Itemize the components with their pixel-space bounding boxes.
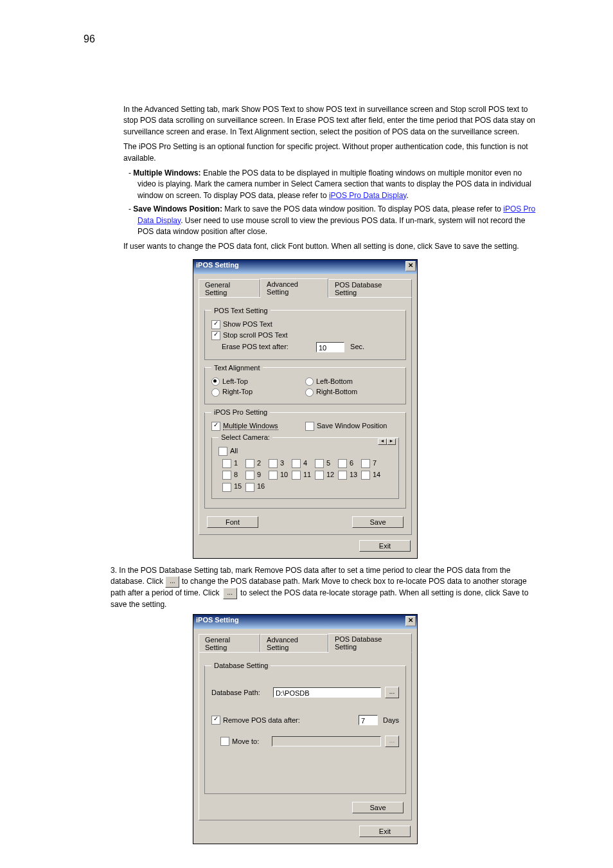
radio-left-bottom[interactable] — [305, 377, 314, 386]
radio-right-top[interactable] — [211, 388, 220, 397]
checkbox-camera-15[interactable] — [222, 483, 231, 492]
checkbox-camera-11[interactable] — [292, 471, 301, 480]
checkbox-camera-12[interactable] — [315, 471, 324, 480]
tab-pos-database-setting[interactable]: POS Database Setting — [328, 633, 412, 653]
close-icon[interactable]: ✕ — [405, 616, 416, 626]
label-camera-12: 12 — [326, 471, 334, 478]
chevron-left-icon[interactable]: ◄ — [378, 439, 387, 445]
browse-icon[interactable]: ... — [223, 588, 237, 599]
checkbox-show-pos-text[interactable] — [211, 320, 220, 329]
label-camera-16: 16 — [257, 482, 265, 490]
label-camera-14: 14 — [373, 471, 380, 478]
input-erase-seconds[interactable]: 10 — [316, 342, 344, 352]
browse-icon[interactable]: ... — [165, 576, 179, 588]
checkbox-move-to[interactable] — [220, 737, 229, 746]
checkbox-camera-3[interactable] — [269, 459, 278, 468]
camera-page-spinner[interactable]: ◄► — [378, 439, 396, 445]
camera-cell-7[interactable]: 7 — [361, 459, 384, 468]
label-right-top: Right-Top — [222, 388, 253, 395]
tab-general-setting[interactable]: General Setting — [199, 279, 260, 298]
camera-cell-2[interactable]: 2 — [245, 459, 269, 468]
checkbox-camera-14[interactable] — [361, 471, 370, 480]
label-camera-all: All — [230, 447, 238, 455]
tab-advanced-setting[interactable]: Advanced Setting — [260, 278, 328, 298]
group-legend: Text Alignment — [211, 364, 263, 372]
label-camera-8: 8 — [234, 471, 238, 478]
label-remove-pos-data: Remove POS data after: — [223, 716, 300, 724]
tab-advanced-setting[interactable]: Advanced Setting — [260, 634, 328, 653]
camera-cell-9[interactable]: 9 — [245, 471, 269, 480]
checkbox-multiple-windows[interactable] — [211, 422, 220, 431]
label-sec: Sec. — [350, 343, 364, 350]
checkbox-camera-9[interactable] — [245, 471, 254, 480]
dialog-titlebar: iPOS Setting ✕ — [193, 615, 417, 629]
camera-cell-16[interactable]: 16 — [245, 482, 269, 491]
label-days: Days — [383, 716, 399, 724]
checkbox-remove-pos-data[interactable] — [211, 716, 220, 725]
tab-pos-database-setting[interactable]: POS Database Setting — [328, 279, 412, 298]
save-button[interactable]: Save — [352, 516, 404, 528]
label-stop-scroll: Stop scroll POS Text — [223, 331, 288, 339]
camera-cell-1[interactable]: 1 — [222, 459, 245, 468]
camera-cell-3[interactable]: 3 — [269, 459, 292, 468]
group-legend: iPOS Pro Setting — [211, 408, 270, 416]
exit-button[interactable]: Exit — [359, 826, 411, 837]
tab-general-setting[interactable]: General Setting — [199, 634, 260, 653]
input-database-path[interactable]: D:\POSDB — [273, 687, 381, 698]
exit-button[interactable]: Exit — [359, 540, 411, 552]
ipos-setting-dialog-database: iPOS Setting ✕ General Setting Advanced … — [193, 614, 418, 844]
link-ipos-display-1[interactable]: iPOS Pro Data Display — [329, 191, 407, 200]
checkbox-camera-all[interactable] — [218, 447, 227, 456]
label-camera-5: 5 — [326, 459, 330, 467]
checkbox-camera-13[interactable] — [338, 471, 347, 480]
camera-cell-14[interactable]: 14 — [361, 471, 384, 480]
checkbox-camera-4[interactable] — [292, 459, 301, 468]
font-button[interactable]: Font — [207, 516, 258, 528]
chevron-right-icon[interactable]: ► — [387, 439, 396, 445]
label-camera-9: 9 — [257, 471, 261, 478]
camera-cell-4[interactable]: 4 — [292, 459, 315, 468]
group-text-alignment: Text Alignment Left-Top Right-Top Left-B… — [204, 364, 406, 404]
camera-cell-10[interactable]: 10 — [269, 471, 292, 480]
checkbox-camera-8[interactable] — [222, 471, 231, 480]
step-number-3: 3. — [111, 566, 117, 575]
camera-cell-11[interactable]: 11 — [292, 471, 315, 480]
close-icon[interactable]: ✕ — [405, 261, 416, 271]
checkbox-camera-2[interactable] — [245, 459, 254, 468]
radio-left-top[interactable] — [211, 377, 220, 386]
bullet-save-windows-position: Save Windows Position: Mark to save the … — [123, 204, 542, 237]
label-left-top: Left-Top — [222, 377, 248, 385]
camera-cell-8[interactable]: 8 — [222, 471, 245, 480]
label-camera-13: 13 — [350, 471, 357, 478]
label-right-bottom: Right-Bottom — [316, 388, 357, 395]
browse-button-dbpath[interactable]: ... — [385, 687, 399, 698]
group-legend: Database Setting — [211, 662, 271, 669]
checkbox-stop-scroll[interactable] — [211, 331, 220, 340]
camera-cell-15[interactable]: 15 — [222, 482, 245, 491]
input-remove-days[interactable]: 7 — [359, 715, 378, 725]
checkbox-camera-6[interactable] — [338, 459, 347, 468]
input-move-to-path[interactable] — [272, 736, 381, 746]
bullet-text: Mark to save the POS data window positio… — [222, 204, 503, 213]
group-pos-text-setting: POS Text Setting Show POS Text Stop scro… — [204, 307, 406, 360]
bullet-multiple-windows: Multiple Windows: Enable the POS data to… — [123, 168, 542, 201]
ipos-setting-dialog-advanced: iPOS Setting ✕ General Setting Advanced … — [193, 259, 418, 559]
checkbox-camera-16[interactable] — [245, 483, 254, 492]
checkbox-save-window-position[interactable] — [305, 422, 314, 431]
group-database-setting: Database Setting Database Path: D:\POSDB… — [204, 662, 406, 794]
checkbox-camera-10[interactable] — [269, 471, 278, 480]
save-button[interactable]: Save — [352, 802, 404, 813]
group-legend: Select Camera: — [218, 433, 272, 441]
label-camera-3: 3 — [280, 459, 284, 467]
label-erase-after: Erase POS text after: — [222, 343, 289, 350]
camera-cell-12[interactable]: 12 — [315, 471, 338, 480]
radio-right-bottom[interactable] — [305, 388, 314, 397]
paragraph-font-save: If user wants to change the POS data fon… — [123, 241, 542, 252]
checkbox-camera-7[interactable] — [361, 459, 370, 468]
checkbox-camera-5[interactable] — [315, 459, 324, 468]
camera-cell-5[interactable]: 5 — [315, 459, 338, 468]
checkbox-camera-1[interactable] — [222, 459, 231, 468]
camera-cell-6[interactable]: 6 — [338, 459, 361, 468]
camera-cell-13[interactable]: 13 — [338, 471, 361, 480]
label-camera-4: 4 — [303, 459, 307, 467]
